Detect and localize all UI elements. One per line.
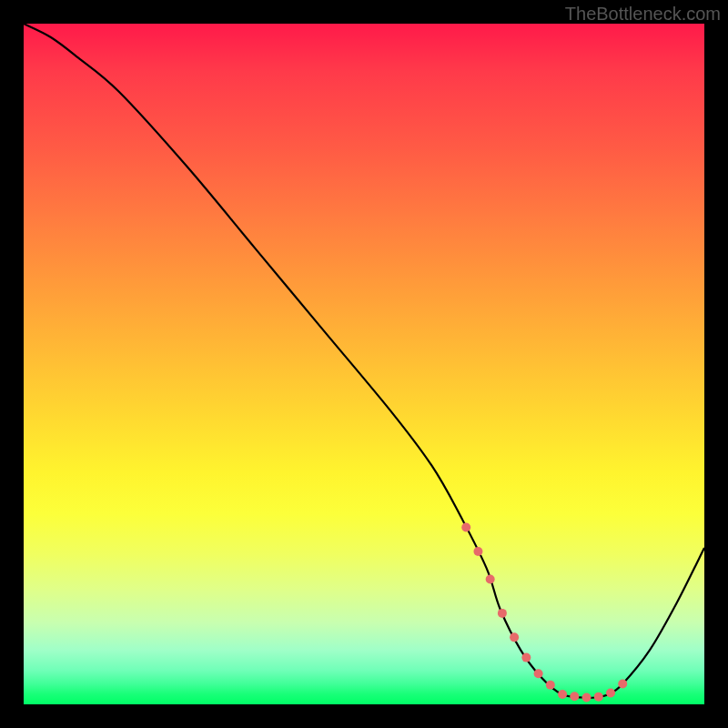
highlight-dot xyxy=(473,547,482,556)
highlight-dot xyxy=(510,632,519,642)
highlight-dot xyxy=(498,609,507,618)
highlight-dot xyxy=(534,669,543,678)
chart-plot-area xyxy=(24,24,704,704)
chart-svg xyxy=(24,24,704,704)
watermark-text: TheBottleneck.com xyxy=(565,4,721,25)
highlight-dot xyxy=(546,681,555,690)
highlight-dot xyxy=(558,690,567,699)
highlight-dot xyxy=(521,653,531,662)
highlight-dot xyxy=(606,688,615,697)
bottleneck-curve-path xyxy=(24,24,704,698)
highlight-dot xyxy=(594,693,603,702)
highlight-dot xyxy=(461,523,470,532)
highlight-dot xyxy=(570,692,579,701)
highlight-dot xyxy=(582,693,592,703)
highlight-dot xyxy=(618,680,627,689)
highlight-dot xyxy=(486,574,495,583)
highlight-dots xyxy=(461,523,627,703)
